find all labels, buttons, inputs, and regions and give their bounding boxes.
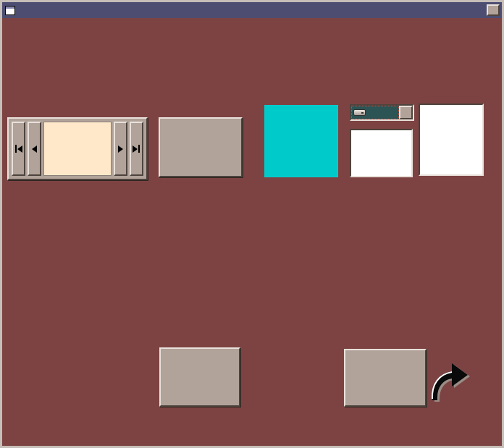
file-list[interactable] [419,103,484,176]
calc-averages-button[interactable] [159,117,243,177]
form-body [2,18,502,446]
directory-list[interactable] [350,129,413,177]
directory-rows [352,130,400,176]
drive-icon [353,109,366,116]
last-record-button[interactable] [130,122,143,176]
form-icon [5,6,15,15]
data-navigator [7,117,148,180]
next-record-button[interactable] [114,122,127,176]
drive-combo-field[interactable] [351,106,399,119]
data-navigator-caption [43,122,112,176]
next-record-icon [118,145,123,153]
previous-record-button[interactable] [28,122,41,176]
drive-combo-dropdown-button[interactable] [399,106,413,119]
file-prompt-label [264,105,338,177]
previous-record-icon [32,145,37,153]
close-button[interactable] [487,4,500,16]
title-bar [2,2,502,18]
file-rows [420,106,471,174]
drive-combo[interactable] [350,104,414,121]
last-record-icon [133,145,138,153]
next-arrow-icon[interactable] [426,357,471,402]
write-averages-button[interactable] [159,347,240,407]
first-record-icon [15,145,17,153]
app-window [0,0,504,448]
first-record-button[interactable] [12,122,25,176]
next-stage-button[interactable] [344,349,427,407]
